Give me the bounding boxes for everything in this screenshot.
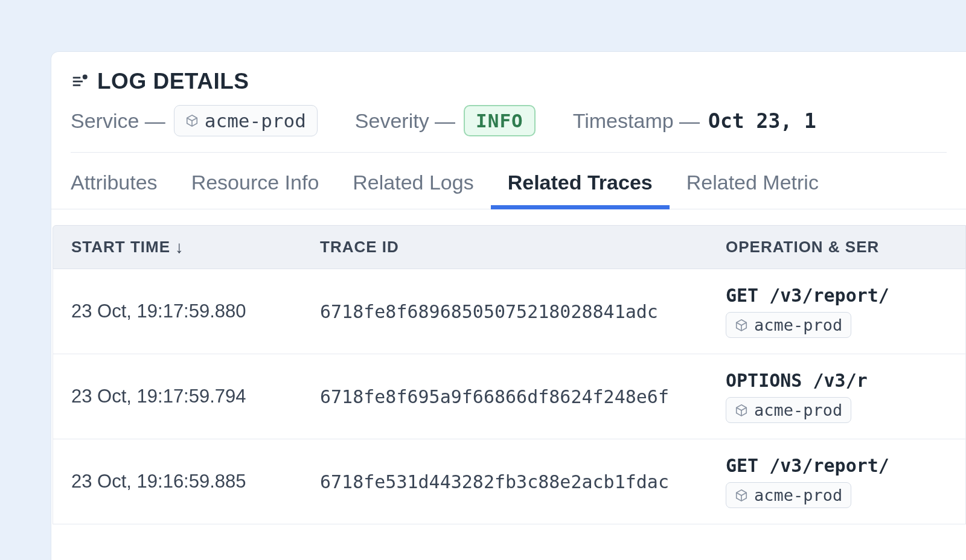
svg-point-3	[83, 75, 88, 80]
header: LOG DETAILS Service — acme-prod	[51, 52, 966, 153]
column-start-time[interactable]: START TIME ↓	[71, 238, 320, 256]
cell-operation: OPTIONS /v3/r acme-prod	[726, 370, 965, 423]
severity-tag[interactable]: INFO	[464, 105, 536, 136]
title-row: LOG DETAILS	[71, 69, 947, 94]
operation-path: GET /v3/report/	[726, 455, 965, 476]
timestamp-value: Oct 23, 1	[708, 109, 816, 133]
tab-related-metrics[interactable]: Related Metric	[686, 171, 819, 209]
severity-label: Severity —	[355, 109, 455, 133]
service-tag[interactable]: acme-prod	[174, 105, 318, 136]
column-trace-id-label: TRACE ID	[320, 238, 399, 256]
operation-service-text: acme-prod	[754, 486, 842, 504]
cell-trace-id: 6718fe531d443282fb3c88e2acb1fdac	[320, 471, 726, 492]
operation-service-text: acme-prod	[754, 316, 842, 334]
operation-service-tag[interactable]: acme-prod	[726, 312, 851, 338]
operation-service-tag[interactable]: acme-prod	[726, 482, 851, 508]
operation-path: OPTIONS /v3/r	[726, 370, 965, 391]
cell-start-time: 23 Oct, 19:17:59.794	[71, 386, 320, 407]
timestamp-meta: Timestamp — Oct 23, 1	[573, 109, 816, 133]
table-row[interactable]: 23 Oct, 19:17:59.794 6718fe8f695a9f66866…	[53, 354, 966, 439]
service-label: Service —	[71, 109, 165, 133]
tabs: Attributes Resource Info Related Logs Re…	[51, 153, 966, 209]
table-body: 23 Oct, 19:17:59.880 6718fe8f68968505075…	[53, 269, 966, 524]
cube-icon	[735, 489, 748, 502]
cell-start-time: 23 Oct, 19:16:59.885	[71, 471, 320, 492]
cell-trace-id: 6718fe8f695a9f66866df8624f248e6f	[320, 386, 726, 407]
severity-meta: Severity — INFO	[355, 105, 536, 136]
log-details-panel: LOG DETAILS Service — acme-prod	[51, 52, 966, 560]
traces-table: START TIME ↓ TRACE ID OPERATION & SER 23…	[51, 209, 966, 524]
column-trace-id[interactable]: TRACE ID	[320, 238, 726, 256]
tab-related-traces[interactable]: Related Traces	[508, 171, 653, 209]
cube-icon	[735, 404, 748, 417]
table-row[interactable]: 23 Oct, 19:16:59.885 6718fe531d443282fb3…	[53, 439, 966, 524]
page-title: LOG DETAILS	[97, 69, 249, 94]
cell-operation: GET /v3/report/ acme-prod	[726, 455, 965, 508]
service-value: acme-prod	[205, 110, 306, 132]
meta-row: Service — acme-prod Severity — INFO	[71, 105, 947, 153]
cube-icon	[185, 114, 199, 127]
operation-service-text: acme-prod	[754, 401, 842, 419]
tab-related-logs[interactable]: Related Logs	[353, 171, 473, 209]
log-details-icon	[71, 72, 89, 91]
column-start-time-label: START TIME	[71, 238, 170, 256]
column-operation[interactable]: OPERATION & SER	[726, 238, 965, 256]
column-operation-label: OPERATION & SER	[726, 238, 879, 256]
table-row[interactable]: 23 Oct, 19:17:59.880 6718fe8f68968505075…	[53, 269, 966, 354]
cell-start-time: 23 Oct, 19:17:59.880	[71, 301, 320, 322]
operation-path: GET /v3/report/	[726, 285, 965, 306]
timestamp-label: Timestamp —	[573, 109, 700, 133]
sort-desc-icon: ↓	[175, 239, 184, 256]
tab-resource-info[interactable]: Resource Info	[191, 171, 319, 209]
cell-operation: GET /v3/report/ acme-prod	[726, 285, 965, 338]
service-meta: Service — acme-prod	[71, 105, 318, 136]
tab-attributes[interactable]: Attributes	[71, 171, 158, 209]
table-header-row: START TIME ↓ TRACE ID OPERATION & SER	[53, 225, 966, 269]
cube-icon	[735, 319, 748, 332]
cell-trace-id: 6718fe8f68968505075218028841adc	[320, 301, 726, 322]
operation-service-tag[interactable]: acme-prod	[726, 397, 851, 423]
severity-value: INFO	[476, 110, 523, 132]
